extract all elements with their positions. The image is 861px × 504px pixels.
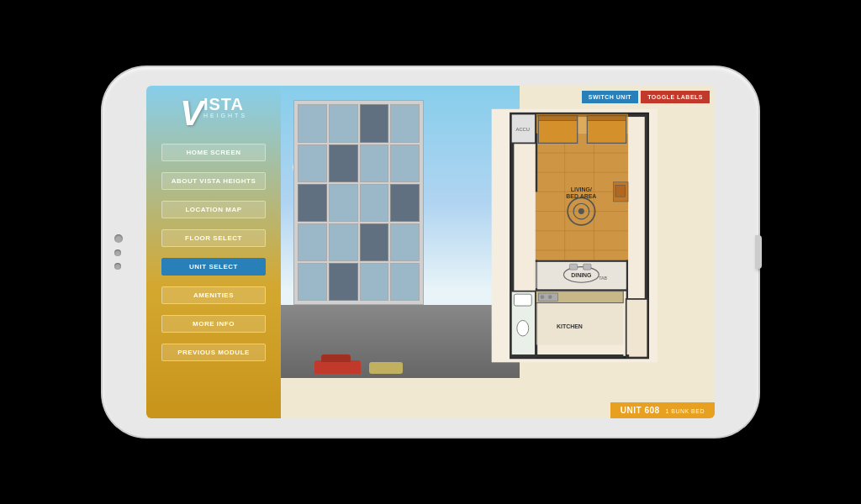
svg-rect-37 [569, 264, 577, 270]
toggle-labels-button[interactable]: TOGGLE LABELS [641, 91, 710, 103]
floorplan-svg: ACCU LIVING/ BED AREA DINI [463, 104, 715, 377]
svg-text:DINING: DINING [571, 272, 591, 278]
logo-v: V [180, 96, 203, 131]
car-yellow [369, 362, 403, 374]
svg-rect-51 [626, 354, 628, 357]
top-buttons: SWITCH UNIT TOGGLE LABELS [582, 91, 710, 103]
svg-text:KITCHEN: KITCHEN [557, 323, 583, 329]
svg-rect-50 [511, 354, 623, 357]
nav-btn-unit[interactable]: UNIT SELECT [155, 254, 272, 280]
logo-area: V ISTA HEIGHTS [180, 92, 247, 131]
svg-point-45 [548, 295, 552, 299]
sidebar: V ISTA HEIGHTS HOME SCREENABOUT VISTA HE… [146, 86, 281, 418]
svg-rect-13 [644, 114, 647, 299]
svg-text:LIVING/: LIVING/ [571, 186, 592, 192]
nav-btn-floor[interactable]: FLOOR SELECT [155, 225, 272, 251]
svg-rect-38 [583, 264, 590, 270]
screen: V ISTA HEIGHTS HOME SCREENABOUT VISTA HE… [146, 86, 715, 418]
unit-info-bar: UNIT 608 1 BUNK BED [610, 402, 715, 418]
phone-dots [114, 234, 123, 270]
phone-device: V ISTA HEIGHTS HOME SCREENABOUT VISTA HE… [103, 67, 758, 437]
switch-unit-button[interactable]: SWITCH UNIT [582, 91, 638, 103]
nav-btn-about[interactable]: ABOUT VISTA HEIGHTS [155, 168, 272, 194]
car-red [314, 360, 361, 374]
svg-point-47 [517, 320, 529, 336]
dot-3 [114, 263, 121, 270]
building-facade [293, 100, 424, 305]
svg-text:BED AREA: BED AREA [566, 193, 596, 199]
svg-point-29 [578, 208, 584, 214]
svg-rect-24 [538, 116, 577, 121]
svg-rect-49 [626, 299, 647, 358]
svg-rect-48 [514, 294, 531, 306]
svg-point-44 [540, 295, 544, 299]
dot-2 [114, 249, 121, 256]
unit-number: UNIT 608 [621, 406, 660, 415]
svg-rect-26 [587, 116, 626, 121]
nav-btn-amenities[interactable]: AMENITIES [155, 282, 272, 308]
logo-heights: HEIGHTS [203, 113, 247, 118]
nav-btn-location[interactable]: LOCATION MAP [155, 197, 272, 223]
svg-rect-33 [615, 185, 626, 197]
power-button[interactable] [755, 235, 762, 269]
nav-btn-home[interactable]: HOME SCREEN [155, 139, 272, 165]
nav-btn-previous[interactable]: PREVIOUS MODULE [155, 339, 272, 365]
dot-1 [114, 234, 123, 243]
unit-type: 1 BUNK BED [665, 408, 705, 414]
nav-btn-more[interactable]: MORE INFO [155, 311, 272, 337]
logo-ista: ISTA [203, 96, 247, 113]
main-content: ACCU LIVING/ BED AREA DINI [281, 86, 715, 418]
svg-rect-18 [536, 260, 628, 262]
nav-buttons: HOME SCREENABOUT VISTA HEIGHTSLOCATION M… [146, 139, 281, 365]
svg-text:TAB: TAB [599, 276, 607, 281]
svg-text:ACCU: ACCU [515, 127, 529, 132]
